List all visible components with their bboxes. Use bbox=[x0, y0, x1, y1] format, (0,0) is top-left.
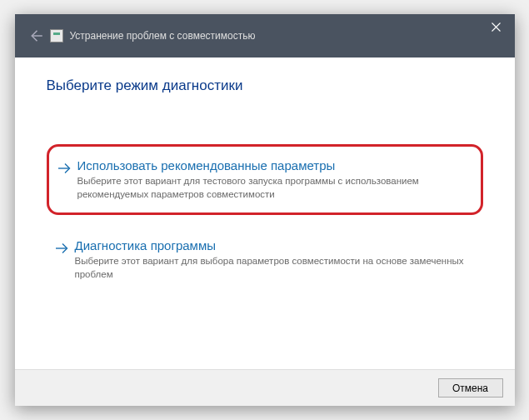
content-area: Выберите режим диагностики Использовать … bbox=[15, 58, 515, 369]
titlebar: Устранение проблем с совместимостью bbox=[15, 14, 515, 58]
arrow-right-icon bbox=[56, 160, 72, 177]
window-title: Устранение проблем с совместимостью bbox=[70, 30, 256, 42]
option-title: Диагностика программы bbox=[75, 238, 477, 252]
footer: Отмена bbox=[15, 369, 515, 406]
app-icon bbox=[50, 29, 63, 42]
arrow-right-icon bbox=[53, 240, 70, 257]
option-recommended-settings[interactable]: Использовать рекомендованные параметры В… bbox=[47, 144, 483, 215]
page-heading: Выберите режим диагностики bbox=[47, 78, 483, 94]
troubleshooter-window: Устранение проблем с совместимостью Выбе… bbox=[15, 14, 515, 406]
close-button[interactable] bbox=[477, 14, 515, 39]
option-body: Использовать рекомендованные параметры В… bbox=[77, 158, 474, 201]
cancel-button[interactable]: Отмена bbox=[438, 378, 503, 398]
back-button[interactable] bbox=[27, 28, 43, 44]
option-description: Выберите этот вариант для выбора парамет… bbox=[75, 255, 477, 281]
option-description: Выберите этот вариант для тестового запу… bbox=[77, 175, 474, 201]
option-troubleshoot-program[interactable]: Диагностика программы Выберите этот вари… bbox=[47, 230, 483, 289]
option-body: Диагностика программы Выберите этот вари… bbox=[75, 238, 477, 281]
option-title: Использовать рекомендованные параметры bbox=[77, 158, 474, 172]
